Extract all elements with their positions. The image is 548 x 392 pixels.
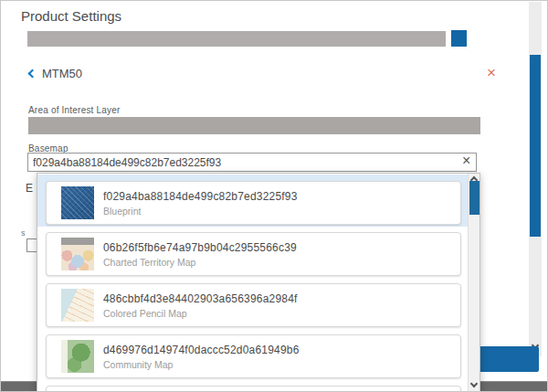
basemap-option-name: Colored Pencil Map [103, 308, 298, 319]
basemap-option-id: f029a4ba88184de499c82b7ed3225f93 [103, 190, 298, 203]
aoi-layer-label: Area of Interest Layer [28, 105, 121, 115]
back-label: MTM50 [42, 67, 82, 80]
clear-input-icon[interactable]: × [462, 154, 470, 168]
page-title: Product Settings [21, 8, 121, 24]
basemap-option[interactable] [46, 386, 461, 392]
basemap-input[interactable] [27, 153, 477, 172]
dropdown-scrollbar-thumb[interactable] [469, 181, 480, 215]
basemap-option-name: Community Map [103, 359, 300, 370]
basemap-thumbnail-icon [61, 289, 94, 322]
basemap-thumbnail-icon [61, 238, 94, 270]
chevron-left-icon [28, 69, 37, 79]
basemap-dropdown: f029a4ba88184de499c82b7ed3225f93 Bluepri… [37, 173, 480, 392]
aoi-layer-input[interactable] [28, 117, 480, 134]
window-scrollbar-thumb[interactable] [530, 55, 541, 237]
hidden-label-fragment: E [26, 182, 33, 195]
dropdown-scrollbar[interactable] [468, 174, 480, 392]
scroll-down-icon[interactable] [470, 380, 478, 387]
window-scrollbar[interactable] [529, 2, 542, 356]
basemap-option-name: Blueprint [103, 206, 298, 217]
progress-knob [451, 30, 467, 47]
basemap-option-id: 486cbbf4d3e84402903a656396a2984f [103, 292, 298, 305]
basemap-option[interactable]: 486cbbf4d3e84402903a656396a2984f Colored… [46, 283, 461, 327]
progress-bar [27, 31, 446, 47]
product-settings-window: Product Settings MTM50 × Area of Interes… [0, 0, 548, 392]
basemap-option-selected[interactable]: f029a4ba88184de499c82b7ed3225f93 Bluepri… [46, 181, 461, 225]
back-button[interactable]: MTM50 [29, 67, 82, 80]
basemap-option-id: 06b26f5fb6e74a97b9b04c2955566c39 [103, 241, 297, 254]
basemap-option-id: d469976d14974f0daccc52d0a61949b6 [103, 344, 300, 356]
basemap-option[interactable]: 06b26f5fb6e74a97b9b04c2955566c39 Charted… [46, 232, 461, 276]
basemap-option-name: Charted Territory Map [103, 257, 297, 268]
basemap-thumbnail-icon [61, 340, 94, 373]
basemap-thumbnail-icon [61, 186, 94, 219]
close-icon[interactable]: × [487, 65, 496, 80]
primary-action-button[interactable] [478, 346, 539, 372]
basemap-option[interactable]: d469976d14974f0daccc52d0a61949b6 Communi… [46, 334, 461, 378]
hidden-label-fragment-2: s [21, 228, 26, 238]
